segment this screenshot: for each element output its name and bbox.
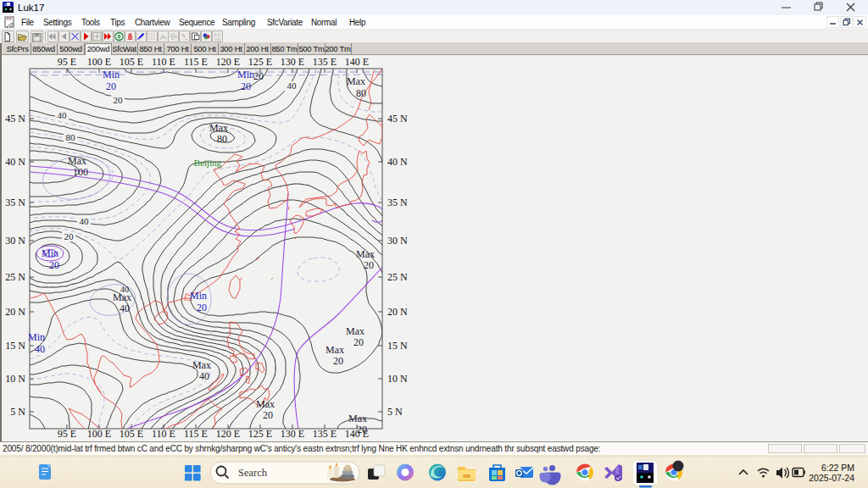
svg-text:20: 20 [263,409,273,421]
svg-text:40: 40 [120,285,129,294]
svg-text:20: 20 [64,231,75,241]
svg-text:30 N: 30 N [387,235,408,247]
svg-text:120 E: 120 E [216,428,240,440]
svg-text:20: 20 [106,80,116,92]
svg-text:110 E: 110 E [152,56,175,68]
svg-text:Beijing: Beijing [194,158,222,168]
svg-text:105 E: 105 E [120,56,143,68]
svg-text:30 N: 30 N [5,235,25,247]
svg-text:80: 80 [66,132,76,142]
svg-text:15 N: 15 N [5,340,25,352]
svg-text:110 E: 110 E [152,428,175,440]
svg-text:130 E: 130 E [281,428,304,440]
svg-text:125 E: 125 E [248,428,272,440]
svg-text:20 N: 20 N [387,306,408,318]
svg-text:Search: Search [238,467,268,479]
svg-text:20: 20 [253,70,264,82]
svg-text:115 E: 115 E [184,428,208,440]
svg-text:20 N: 20 N [5,306,25,318]
svg-text:135 E: 135 E [313,428,337,440]
svg-text:105 E: 105 E [120,428,143,440]
svg-text:40: 40 [35,343,45,355]
svg-text:15 N: 15 N [387,340,408,352]
svg-text:40: 40 [199,370,209,382]
svg-text:95 E: 95 E [58,428,76,440]
svg-text:Max: Max [209,122,228,134]
svg-text:35 N: 35 N [5,197,25,208]
svg-text:10 N: 10 N [387,373,408,385]
svg-text:Max: Max [347,75,365,87]
svg-text:120 E: 120 E [216,56,240,68]
svg-text:Max: Max [346,325,364,337]
svg-text:20: 20 [241,80,251,92]
svg-text:Max: Max [192,359,211,371]
svg-text:95 E: 95 E [58,56,76,68]
svg-text:Max: Max [356,248,375,260]
svg-text:40: 40 [58,110,68,120]
svg-text:20: 20 [353,336,364,348]
svg-text:40: 40 [287,80,298,91]
svg-text:35 N: 35 N [387,197,408,208]
svg-text:130 E: 130 E [281,56,304,68]
svg-text:140 E: 140 E [345,56,369,68]
svg-text:125 E: 125 E [248,56,272,68]
svg-text:20: 20 [49,259,59,271]
svg-text:Min: Min [42,247,58,259]
svg-text:135 E: 135 E [313,56,337,68]
svg-text:7:0: 7:0 [214,37,220,42]
svg-text:Max: Max [348,413,367,424]
svg-text:20: 20 [114,95,124,105]
svg-text:Max: Max [256,398,275,410]
svg-text:10 N: 10 N [5,373,25,385]
svg-text:5 N: 5 N [10,406,25,418]
svg-text:80: 80 [356,87,366,99]
svg-text:40 N: 40 N [5,156,25,168]
svg-text:HK: HK [184,296,192,302]
svg-text:40: 40 [80,216,90,226]
svg-text:45 N: 45 N [387,113,408,125]
svg-text:5 N: 5 N [387,406,403,418]
svg-text:Max: Max [68,155,86,167]
svg-text:100 E: 100 E [87,56,111,68]
svg-text:Min: Min [103,69,120,80]
svg-text:Min: Min [237,69,254,80]
svg-text:25 N: 25 N [5,271,25,283]
svg-text:45 N: 45 N [5,113,25,125]
svg-text:100: 100 [73,166,88,178]
svg-text:115 E: 115 E [184,56,208,68]
svg-text:20: 20 [357,424,367,435]
svg-text:20: 20 [364,259,374,271]
svg-text:25 N: 25 N [387,271,408,283]
svg-text:40 N: 40 N [387,156,408,168]
svg-text:20: 20 [333,355,343,367]
svg-text:20: 20 [197,302,207,313]
svg-text:Max: Max [326,344,344,356]
svg-text:100 E: 100 E [87,428,111,440]
svg-text:80: 80 [217,133,227,145]
svg-text:40: 40 [120,302,130,314]
svg-text:Min: Min [28,331,45,343]
